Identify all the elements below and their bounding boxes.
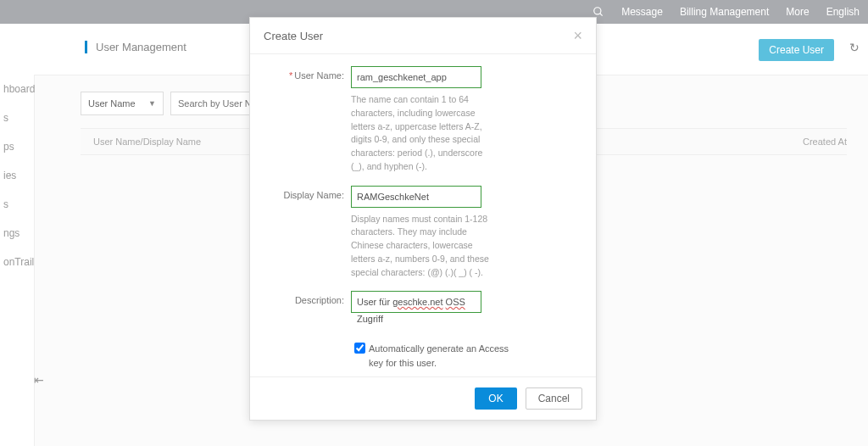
username-hint: The name can contain 1 to 64 characters,… [351,93,495,174]
required-mark: * [289,70,292,81]
modal-title: Create User [264,30,323,42]
username-label: User Name: [294,70,344,81]
ok-button[interactable]: OK [475,387,516,410]
cancel-button[interactable]: Cancel [526,387,582,410]
description-input[interactable]: User für geschke.net OSS Zugriff [351,291,481,313]
username-input[interactable] [351,66,481,88]
modal-overlay: Create User × *User Name: The name can c… [0,0,868,446]
display-name-input[interactable] [351,186,481,208]
close-icon[interactable]: × [573,28,582,43]
auto-generate-key-checkbox[interactable] [354,343,365,354]
display-name-label: Display Name: [283,190,344,200]
display-name-hint: Display names must contain 1-128 charact… [351,213,495,280]
description-label: Description: [295,295,344,305]
create-user-modal: Create User × *User Name: The name can c… [249,17,597,421]
auto-generate-key-label: Automatically generate an Access key for… [369,342,521,370]
